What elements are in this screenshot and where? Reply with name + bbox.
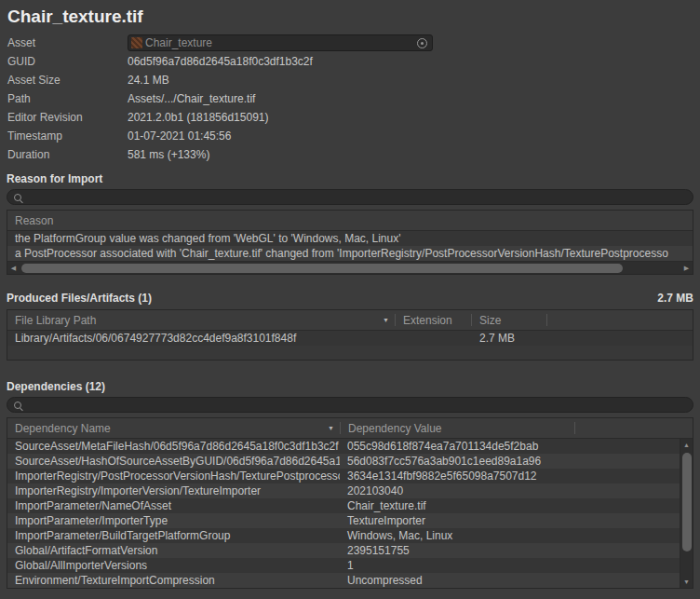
column-label: File Library Path — [15, 314, 96, 327]
size-cell: 2.7 MB — [472, 331, 546, 346]
reason-row[interactable]: the PlatformGroup value was changed from… — [7, 231, 693, 246]
column-label: Extension — [403, 314, 452, 327]
sort-descending-icon: ▼ — [383, 317, 389, 323]
dependency-value-cell: Windows, Mac, Linux — [340, 528, 573, 543]
dependency-name-cell: ImporterRegistry/PostProcessorVersionHas… — [7, 469, 340, 483]
dependency-name-cell: ImportParameter/NameOfAsset — [7, 498, 340, 513]
column-label: Dependency Name — [15, 422, 111, 435]
asset-object-name: Chair_texture — [145, 36, 417, 49]
dependencies-search-field[interactable] — [7, 397, 693, 413]
scroll-right-icon[interactable]: ▶ — [680, 262, 693, 275]
dependency-name-cell: ImportParameter/BuildTargetPlatformGroup — [7, 528, 340, 543]
column-label: Size — [479, 314, 501, 327]
dependency-name-cell: Environment/TextureImportCompression — [7, 573, 340, 588]
asset-object-field[interactable]: Chair_texture — [128, 34, 433, 51]
file-library-path-cell: Library/Artifacts/06/0674927773d82cc4def… — [7, 331, 395, 346]
reason-section-title: Reason for Import — [7, 171, 693, 186]
column-header-dependency-name[interactable]: Dependency Name ▼ — [7, 418, 340, 438]
field-label: GUID — [7, 55, 128, 68]
table-row[interactable]: Global/AllImporterVersions 1 — [7, 558, 680, 573]
dependencies-table: Dependency Name ▼ Dependency Value Sourc… — [7, 417, 693, 589]
produced-section-header: Produced Files/Artifacts (1) 2.7 MB — [7, 291, 693, 306]
texture-thumbnail-icon — [131, 37, 142, 48]
dependency-value-cell: Chair_texture.tif — [340, 498, 573, 513]
info-row-duration: Duration 581 ms (+133%) — [7, 145, 693, 164]
field-label: Editor Revision — [7, 111, 128, 124]
table-row[interactable]: ImportParameter/ImporterType TextureImpo… — [7, 513, 680, 528]
dependencies-section-title: Dependencies (12) — [7, 379, 693, 394]
dependency-name-cell: SourceAsset/MetaFileHash/06d5f96a7d86d26… — [7, 439, 340, 454]
object-picker-icon[interactable] — [417, 38, 427, 48]
field-value: 06d5f96a7d86d2645a18f0c3df1b3c2f — [128, 55, 313, 68]
sort-descending-icon: ▼ — [328, 425, 334, 431]
asset-label: Asset — [7, 36, 128, 49]
column-header-size[interactable]: Size — [472, 310, 546, 330]
scrollbar-thumb[interactable] — [21, 264, 623, 273]
column-header-dependency-value[interactable]: Dependency Value — [341, 418, 574, 438]
table-row[interactable]: Global/ArtifactFormatVersion 2395151755 — [7, 543, 680, 558]
dependency-value-cell: 3634e1314fbf9882e5f65098a7507d12 — [340, 469, 573, 483]
dependency-value-cell: TextureImporter — [340, 513, 573, 528]
horizontal-scrollbar[interactable]: ◀ ▶ — [7, 261, 693, 274]
search-icon — [14, 194, 21, 201]
reason-search-field[interactable] — [7, 189, 693, 205]
dependencies-rows: SourceAsset/MetaFileHash/06d5f96a7d86d26… — [7, 439, 680, 588]
asset-row: Asset Chair_texture — [7, 34, 693, 52]
search-icon — [14, 402, 21, 409]
scrollbar-track[interactable] — [680, 451, 693, 576]
column-header-file-library-path[interactable]: File Library Path ▼ — [7, 310, 395, 330]
scroll-down-icon[interactable]: ▼ — [680, 576, 693, 588]
field-value: 01-07-2021 01:45:56 — [128, 129, 231, 143]
dependency-value-cell: 2395151755 — [340, 543, 573, 558]
table-row[interactable]: SourceAsset/MetaFileHash/06d5f96a7d86d26… — [7, 439, 680, 454]
dependencies-table-header: Dependency Name ▼ Dependency Value — [7, 418, 693, 439]
field-label: Timestamp — [7, 129, 128, 143]
table-row[interactable]: ImportParameter/BuildTargetPlatformGroup… — [7, 528, 680, 543]
reason-table: Reason the PlatformGroup value was chang… — [7, 210, 693, 275]
dependency-name-cell: ImporterRegistry/ImporterVersion/Texture… — [7, 483, 340, 498]
field-value: 2021.2.0b1 (181856d15091) — [128, 111, 268, 124]
table-row[interactable]: Environment/TextureImportCompression Unc… — [7, 573, 680, 588]
reason-search-input[interactable] — [26, 191, 686, 204]
field-label: Duration — [7, 148, 128, 161]
column-header-empty — [575, 418, 693, 438]
field-value: Assets/.../Chair_texture.tif — [128, 92, 255, 105]
dependency-name-cell: ImportParameter/ImporterType — [7, 513, 340, 528]
dependency-value-cell: 1 — [340, 558, 573, 573]
info-row-timestamp: Timestamp 01-07-2021 01:45:56 — [7, 127, 693, 145]
table-row[interactable]: Library/Artifacts/06/0674927773d82cc4def… — [7, 331, 693, 346]
scroll-up-icon[interactable]: ▲ — [680, 439, 693, 451]
table-empty-area — [7, 346, 693, 360]
reason-column-header[interactable]: Reason — [7, 211, 693, 230]
dependency-value-cell: Uncompressed — [340, 573, 573, 588]
dependencies-search-input[interactable] — [26, 399, 686, 412]
extension-cell — [396, 331, 471, 346]
page-title: Chair_texture.tif — [7, 7, 693, 27]
table-row[interactable]: ImportParameter/NameOfAsset Chair_textur… — [7, 498, 680, 513]
reason-row[interactable]: a PostProcessor associated with 'Chair_t… — [7, 246, 693, 261]
produced-total-size: 2.7 MB — [657, 291, 693, 306]
reason-text: a PostProcessor associated with 'Chair_t… — [7, 247, 668, 260]
dependency-value-cell: 56d083f7cc576a3ab901c1eed89a1a96 — [340, 454, 573, 469]
table-row[interactable]: SourceAsset/HashOfSourceAssetByGUID/06d5… — [7, 454, 680, 469]
produced-section-title: Produced Files/Artifacts (1) — [7, 291, 152, 306]
vertical-scrollbar[interactable]: ▲ ▼ — [680, 439, 693, 588]
dependency-name-cell: Global/ArtifactFormatVersion — [7, 543, 340, 558]
dependency-name-cell: Global/AllImporterVersions — [7, 558, 340, 573]
scrollbar-track[interactable] — [20, 262, 680, 275]
scroll-left-icon[interactable]: ◀ — [7, 262, 20, 275]
dependency-name-cell: SourceAsset/HashOfSourceAssetByGUID/06d5… — [7, 454, 340, 469]
table-row[interactable]: ImporterRegistry/ImporterVersion/Texture… — [7, 483, 680, 498]
reason-text: the PlatformGroup value was changed from… — [7, 232, 400, 245]
info-row-editor-revision: Editor Revision 2021.2.0b1 (181856d15091… — [7, 108, 693, 127]
scrollbar-thumb[interactable] — [682, 453, 692, 551]
column-header-extension[interactable]: Extension — [396, 310, 471, 330]
reason-table-header[interactable]: Reason — [7, 211, 693, 231]
info-row-guid: GUID 06d5f96a7d86d2645a18f0c3df1b3c2f — [7, 52, 693, 71]
table-row[interactable]: ImporterRegistry/PostProcessorVersionHas… — [7, 469, 680, 483]
import-activity-window: Chair_texture.tif Asset Chair_texture GU… — [0, 0, 700, 599]
produced-files-table: File Library Path ▼ Extension Size Libra… — [7, 309, 693, 361]
dependency-value-cell: 055c98d618f874ea7a701134de5f2bab — [340, 439, 573, 454]
field-value: 581 ms (+133%) — [128, 148, 209, 161]
field-value: 24.1 MB — [128, 74, 169, 87]
